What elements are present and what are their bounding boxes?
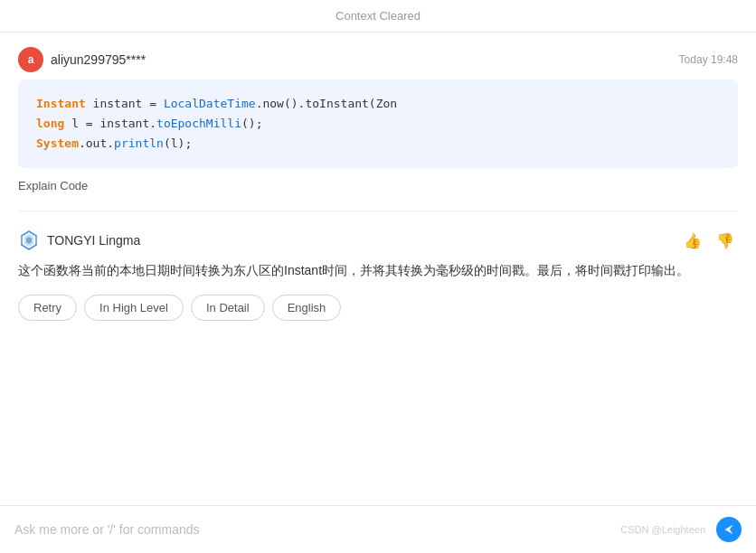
action-buttons: Retry In High Level In Detail English bbox=[18, 295, 738, 321]
separator bbox=[18, 211, 738, 211]
username: aliyun299795**** bbox=[51, 52, 146, 67]
input-footer-right: CSDN @Leighteen bbox=[620, 517, 742, 542]
code-block: Instant instant = LocalDateTime.now().to… bbox=[18, 80, 738, 168]
input-placeholder: Ask me more or '/' for commands bbox=[14, 522, 620, 537]
message-timestamp: Today 19:48 bbox=[679, 53, 738, 66]
send-button[interactable] bbox=[716, 517, 742, 542]
thumbs-up-button[interactable]: 👍 bbox=[680, 230, 705, 251]
context-cleared-bar: Context Cleared bbox=[0, 0, 756, 33]
thumbs-up-icon: 👍 bbox=[684, 233, 702, 248]
context-cleared-label: Context Cleared bbox=[335, 9, 421, 23]
thumbs-down-icon: 👎 bbox=[716, 233, 734, 248]
ai-name-label: TONGYI Lingma bbox=[47, 233, 140, 248]
thumbs-down-button[interactable]: 👎 bbox=[713, 230, 738, 251]
high-level-button[interactable]: In High Level bbox=[84, 295, 184, 321]
ai-response-text: 这个函数将当前的本地日期时间转换为东八区的Instant时间，并将其转换为毫秒级… bbox=[18, 260, 738, 282]
feedback-buttons: 👍 👎 bbox=[680, 230, 738, 251]
in-detail-button[interactable]: In Detail bbox=[191, 295, 265, 321]
ai-message-block: TONGYI Lingma 👍 👎 这个函数将当前的本地日期时间转换为东八区的I… bbox=[18, 226, 738, 324]
chat-area: a aliyun299795**** Today 19:48 Instant i… bbox=[0, 33, 756, 505]
input-bar: Ask me more or '/' for commands CSDN @Le… bbox=[0, 505, 756, 553]
user-message-block: a aliyun299795**** Today 19:48 Instant i… bbox=[18, 47, 738, 196]
send-icon bbox=[723, 523, 735, 536]
avatar: a bbox=[18, 47, 43, 72]
ai-name-row: TONGYI Lingma bbox=[18, 230, 140, 251]
explain-code-label: Explain Code bbox=[18, 175, 738, 196]
ai-header: TONGYI Lingma 👍 👎 bbox=[18, 230, 738, 251]
tongyi-logo-icon bbox=[18, 230, 40, 251]
english-button[interactable]: English bbox=[272, 295, 342, 321]
brand-text: CSDN @Leighteen bbox=[620, 524, 705, 535]
retry-button[interactable]: Retry bbox=[18, 295, 77, 321]
user-header: a aliyun299795**** Today 19:48 bbox=[18, 47, 738, 72]
user-info: a aliyun299795**** bbox=[18, 47, 146, 72]
